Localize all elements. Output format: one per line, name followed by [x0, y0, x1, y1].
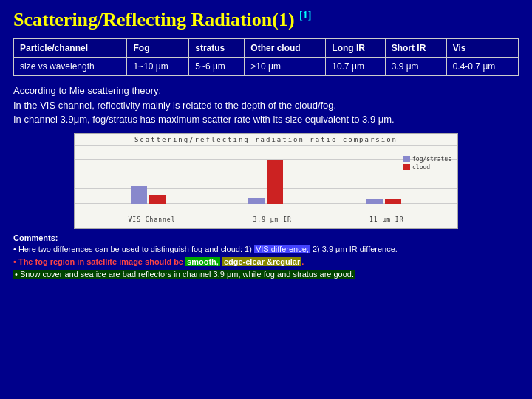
- table-data-row: size vs wavelength 1~10 μm 5~6 μm >10 μm…: [14, 58, 519, 76]
- cell-stratus-size: 5~6 μm: [189, 58, 245, 76]
- cell-long-ir-size: 10.7 μm: [326, 58, 385, 76]
- title-text: Scattering/Reflecting Radiation(1): [13, 9, 295, 30]
- slide-title: Scattering/Reflecting Radiation(1) [1]: [13, 9, 519, 31]
- bar-group-39ir: [248, 160, 283, 204]
- text-line-1: According to Mie scattering theory:: [13, 83, 519, 98]
- highlight-snow: • Snow cover and sea ice are bad reflect…: [13, 270, 355, 279]
- title-ref: [1]: [299, 10, 311, 21]
- bar-39ir-fog: [248, 198, 265, 204]
- x-label-11ir: 11 μm IR: [369, 216, 404, 223]
- bar-39ir-cloud: [267, 160, 283, 204]
- mie-theory-text: According to Mie scattering theory: In t…: [13, 83, 519, 127]
- header-other-cloud: Other cloud: [245, 39, 326, 58]
- header-vis: Vis: [446, 39, 518, 58]
- header-short-ir: Short IR: [385, 39, 446, 58]
- comments-title: Comments:: [13, 233, 58, 242]
- cell-short-ir-size: 3.9 μm: [385, 58, 446, 76]
- cell-vis-size: 0.4-0.7 μm: [446, 58, 518, 76]
- cell-cloud-size: >10 μm: [245, 58, 326, 76]
- header-stratus: stratus: [189, 39, 245, 58]
- chart-x-labels: VIS Channel 3.9 μm IR 11 μm IR: [75, 215, 457, 225]
- header-long-ir: Long IR: [326, 39, 385, 58]
- comment-line-1: • Here two differences can be used to di…: [13, 244, 519, 255]
- cell-fog-size: 1~10 μm: [127, 58, 189, 76]
- bar-11ir-fog: [366, 200, 383, 204]
- grid-line-1: [75, 145, 457, 146]
- highlight-edge: edge-clear &regular: [222, 257, 301, 266]
- bar-vis-fog: [131, 186, 147, 204]
- highlight-vis: VIS difference;: [254, 245, 310, 253]
- table-header-row: Particle/channel Fog stratus Other cloud…: [14, 39, 519, 58]
- highlight-smooth: smooth,: [185, 257, 220, 266]
- legend-cloud-box: [403, 164, 410, 170]
- x-label-vis: VIS Channel: [129, 216, 176, 223]
- chart-legend: fog/stratus cloud: [403, 156, 451, 172]
- legend-fog-label: fog/stratus: [412, 156, 451, 163]
- legend-cloud-label: cloud: [412, 164, 430, 171]
- legend-cloud: cloud: [403, 164, 451, 171]
- header-particle: Particle/channel: [14, 39, 127, 58]
- cell-size-wavelength: size vs wavelength: [14, 58, 127, 76]
- particle-table: Particle/channel Fog stratus Other cloud…: [13, 38, 519, 76]
- data-table-container: Particle/channel Fog stratus Other cloud…: [13, 38, 519, 76]
- slide: Scattering/Reflecting Radiation(1) [1] P…: [0, 0, 532, 399]
- bar-11ir-cloud: [385, 200, 401, 204]
- comments-section: Comments: • Here two differences can be …: [13, 233, 519, 281]
- legend-fog: fog/stratus: [403, 156, 451, 163]
- comment-line-3: • Snow cover and sea ice are bad reflect…: [13, 269, 519, 280]
- comment-line-2: • The fog region in satellite image shou…: [13, 256, 519, 267]
- x-label-39ir: 3.9 μm IR: [253, 216, 292, 223]
- bar-vis-cloud: [149, 195, 166, 204]
- header-fog: Fog: [127, 39, 189, 58]
- text-line-2: In the VIS channel, reflectivity mainly …: [13, 98, 519, 113]
- chart-title: Scattering/reflecting radiation ratio co…: [75, 134, 457, 145]
- scattering-chart: Scattering/reflecting radiation ratio co…: [74, 133, 458, 229]
- chart-body: [75, 145, 457, 204]
- text-line-3: In channel 3.9μm, fog/stratus has maximu…: [13, 112, 519, 127]
- bar-group-11ir: [366, 200, 401, 204]
- legend-fog-box: [403, 156, 410, 162]
- bar-group-vis: [131, 186, 166, 204]
